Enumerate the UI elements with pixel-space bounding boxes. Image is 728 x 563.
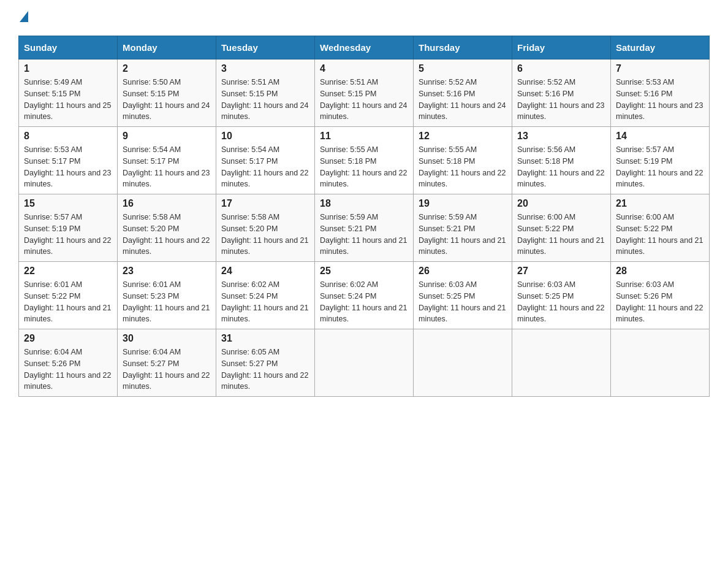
day-info: Sunrise: 5:59 AMSunset: 5:21 PMDaylight:… <box>320 212 408 258</box>
calendar-cell <box>512 329 611 397</box>
calendar-cell: 22Sunrise: 6:01 AMSunset: 5:22 PMDayligh… <box>19 262 118 329</box>
calendar-week-2: 8Sunrise: 5:53 AMSunset: 5:17 PMDaylight… <box>19 127 710 194</box>
calendar-cell: 11Sunrise: 5:55 AMSunset: 5:18 PMDayligh… <box>315 127 414 194</box>
day-info: Sunrise: 6:03 AMSunset: 5:26 PMDaylight:… <box>616 279 704 325</box>
day-number: 11 <box>320 131 408 142</box>
calendar-cell: 27Sunrise: 6:03 AMSunset: 5:25 PMDayligh… <box>512 262 611 329</box>
calendar-cell: 3Sunrise: 5:51 AMSunset: 5:15 PMDaylight… <box>216 59 315 127</box>
day-number: 8 <box>24 131 112 142</box>
day-info: Sunrise: 6:02 AMSunset: 5:24 PMDaylight:… <box>320 279 408 325</box>
day-number: 4 <box>320 63 408 74</box>
day-info: Sunrise: 6:00 AMSunset: 5:22 PMDaylight:… <box>517 212 605 258</box>
day-number: 5 <box>419 63 507 74</box>
calendar-cell: 5Sunrise: 5:52 AMSunset: 5:16 PMDaylight… <box>414 59 512 127</box>
calendar-cell: 2Sunrise: 5:50 AMSunset: 5:15 PMDaylight… <box>118 59 216 127</box>
day-number: 17 <box>221 198 309 209</box>
calendar-cell: 24Sunrise: 6:02 AMSunset: 5:24 PMDayligh… <box>216 262 315 329</box>
calendar-cell: 10Sunrise: 5:54 AMSunset: 5:17 PMDayligh… <box>216 127 315 194</box>
calendar-cell: 14Sunrise: 5:57 AMSunset: 5:19 PMDayligh… <box>611 127 710 194</box>
calendar-cell <box>315 329 414 397</box>
calendar-cell: 29Sunrise: 6:04 AMSunset: 5:26 PMDayligh… <box>19 329 118 397</box>
header-row: SundayMondayTuesdayWednesdayThursdayFrid… <box>19 36 710 59</box>
calendar-cell: 16Sunrise: 5:58 AMSunset: 5:20 PMDayligh… <box>118 194 216 262</box>
day-header-monday: Monday <box>118 36 216 59</box>
calendar-cell: 31Sunrise: 6:05 AMSunset: 5:27 PMDayligh… <box>216 329 315 397</box>
day-number: 18 <box>320 198 408 209</box>
day-info: Sunrise: 6:03 AMSunset: 5:25 PMDaylight:… <box>517 279 605 325</box>
calendar-week-5: 29Sunrise: 6:04 AMSunset: 5:26 PMDayligh… <box>19 329 710 397</box>
day-number: 22 <box>24 266 112 277</box>
calendar-cell <box>414 329 512 397</box>
day-info: Sunrise: 5:59 AMSunset: 5:21 PMDaylight:… <box>419 212 507 258</box>
day-info: Sunrise: 6:00 AMSunset: 5:22 PMDaylight:… <box>616 212 704 258</box>
day-header-saturday: Saturday <box>611 36 710 59</box>
calendar-cell <box>611 329 710 397</box>
day-info: Sunrise: 5:52 AMSunset: 5:16 PMDaylight:… <box>517 77 605 123</box>
day-info: Sunrise: 5:57 AMSunset: 5:19 PMDaylight:… <box>616 144 704 190</box>
day-number: 30 <box>123 333 211 344</box>
calendar-cell: 15Sunrise: 5:57 AMSunset: 5:19 PMDayligh… <box>19 194 118 262</box>
day-info: Sunrise: 6:03 AMSunset: 5:25 PMDaylight:… <box>419 279 507 325</box>
day-number: 25 <box>320 266 408 277</box>
day-header-tuesday: Tuesday <box>216 36 315 59</box>
day-info: Sunrise: 5:51 AMSunset: 5:15 PMDaylight:… <box>221 77 309 123</box>
day-number: 19 <box>419 198 507 209</box>
day-header-friday: Friday <box>512 36 611 59</box>
calendar-cell: 12Sunrise: 5:55 AMSunset: 5:18 PMDayligh… <box>414 127 512 194</box>
logo <box>18 12 28 23</box>
day-number: 31 <box>221 333 309 344</box>
calendar-cell: 13Sunrise: 5:56 AMSunset: 5:18 PMDayligh… <box>512 127 611 194</box>
day-number: 6 <box>517 63 605 74</box>
calendar-cell: 4Sunrise: 5:51 AMSunset: 5:15 PMDaylight… <box>315 59 414 127</box>
day-number: 27 <box>517 266 605 277</box>
day-number: 9 <box>123 131 211 142</box>
calendar-cell: 28Sunrise: 6:03 AMSunset: 5:26 PMDayligh… <box>611 262 710 329</box>
day-number: 26 <box>419 266 507 277</box>
day-info: Sunrise: 6:04 AMSunset: 5:26 PMDaylight:… <box>24 347 112 393</box>
calendar-cell: 26Sunrise: 6:03 AMSunset: 5:25 PMDayligh… <box>414 262 512 329</box>
calendar-cell: 30Sunrise: 6:04 AMSunset: 5:27 PMDayligh… <box>118 329 216 397</box>
day-info: Sunrise: 5:54 AMSunset: 5:17 PMDaylight:… <box>123 144 211 190</box>
day-number: 20 <box>517 198 605 209</box>
day-info: Sunrise: 5:51 AMSunset: 5:15 PMDaylight:… <box>320 77 408 123</box>
day-number: 21 <box>616 198 704 209</box>
calendar-cell: 7Sunrise: 5:53 AMSunset: 5:16 PMDaylight… <box>611 59 710 127</box>
logo-arrow-icon <box>20 11 28 22</box>
calendar-cell: 21Sunrise: 6:00 AMSunset: 5:22 PMDayligh… <box>611 194 710 262</box>
page-header <box>18 12 710 23</box>
day-header-wednesday: Wednesday <box>315 36 414 59</box>
calendar-cell: 8Sunrise: 5:53 AMSunset: 5:17 PMDaylight… <box>19 127 118 194</box>
day-info: Sunrise: 5:50 AMSunset: 5:15 PMDaylight:… <box>123 77 211 123</box>
day-number: 23 <box>123 266 211 277</box>
calendar-cell: 18Sunrise: 5:59 AMSunset: 5:21 PMDayligh… <box>315 194 414 262</box>
day-info: Sunrise: 6:04 AMSunset: 5:27 PMDaylight:… <box>123 347 211 393</box>
calendar-week-1: 1Sunrise: 5:49 AMSunset: 5:15 PMDaylight… <box>19 59 710 127</box>
calendar-week-4: 22Sunrise: 6:01 AMSunset: 5:22 PMDayligh… <box>19 262 710 329</box>
day-header-sunday: Sunday <box>19 36 118 59</box>
calendar-cell: 19Sunrise: 5:59 AMSunset: 5:21 PMDayligh… <box>414 194 512 262</box>
day-number: 28 <box>616 266 704 277</box>
day-number: 3 <box>221 63 309 74</box>
day-info: Sunrise: 5:49 AMSunset: 5:15 PMDaylight:… <box>24 77 112 123</box>
day-number: 2 <box>123 63 211 74</box>
day-number: 12 <box>419 131 507 142</box>
day-info: Sunrise: 5:52 AMSunset: 5:16 PMDaylight:… <box>419 77 507 123</box>
calendar-cell: 25Sunrise: 6:02 AMSunset: 5:24 PMDayligh… <box>315 262 414 329</box>
day-info: Sunrise: 5:54 AMSunset: 5:17 PMDaylight:… <box>221 144 309 190</box>
calendar-cell: 20Sunrise: 6:00 AMSunset: 5:22 PMDayligh… <box>512 194 611 262</box>
day-info: Sunrise: 5:55 AMSunset: 5:18 PMDaylight:… <box>419 144 507 190</box>
day-number: 16 <box>123 198 211 209</box>
calendar-body: 1Sunrise: 5:49 AMSunset: 5:15 PMDaylight… <box>19 59 710 397</box>
calendar-cell: 1Sunrise: 5:49 AMSunset: 5:15 PMDaylight… <box>19 59 118 127</box>
day-info: Sunrise: 5:55 AMSunset: 5:18 PMDaylight:… <box>320 144 408 190</box>
day-number: 24 <box>221 266 309 277</box>
day-info: Sunrise: 6:01 AMSunset: 5:23 PMDaylight:… <box>123 279 211 325</box>
calendar-week-3: 15Sunrise: 5:57 AMSunset: 5:19 PMDayligh… <box>19 194 710 262</box>
day-info: Sunrise: 5:56 AMSunset: 5:18 PMDaylight:… <box>517 144 605 190</box>
day-info: Sunrise: 5:58 AMSunset: 5:20 PMDaylight:… <box>221 212 309 258</box>
day-info: Sunrise: 6:01 AMSunset: 5:22 PMDaylight:… <box>24 279 112 325</box>
calendar-header: SundayMondayTuesdayWednesdayThursdayFrid… <box>19 36 710 59</box>
day-info: Sunrise: 6:02 AMSunset: 5:24 PMDaylight:… <box>221 279 309 325</box>
calendar-cell: 23Sunrise: 6:01 AMSunset: 5:23 PMDayligh… <box>118 262 216 329</box>
calendar-table: SundayMondayTuesdayWednesdayThursdayFrid… <box>18 36 710 397</box>
